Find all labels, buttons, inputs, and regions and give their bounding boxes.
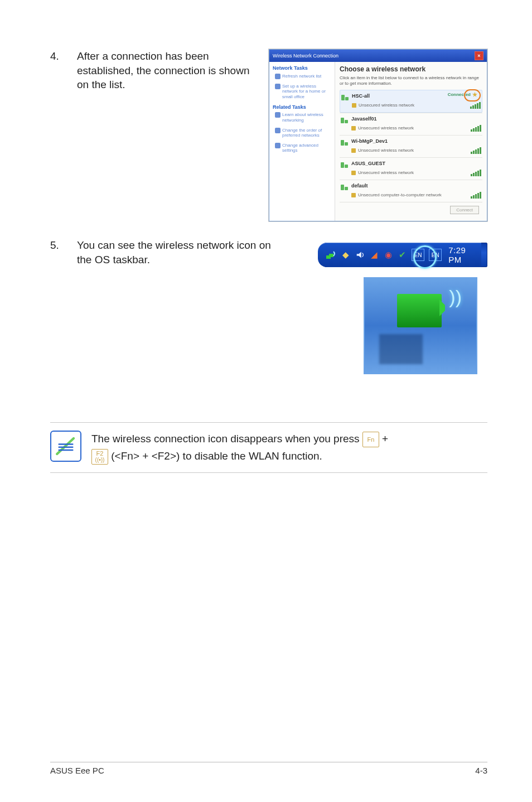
tray-clock[interactable]: 7:29 PM [448, 245, 477, 264]
note-body: The wireless connection icon disappears … [91, 431, 388, 465]
task-advanced-label: Change advanced settings [282, 143, 331, 153]
dialog-footer: Connect [340, 202, 482, 218]
network-item[interactable]: ASUS_GUEST Unsecured wireless network [340, 157, 482, 180]
signal-bars-icon [471, 192, 481, 199]
step-4: 4. After a connection has been establish… [50, 49, 487, 221]
dialog-left-panel: Network Tasks Refresh network list Set u… [269, 62, 335, 221]
network-security-label: Unsecured wireless network [358, 125, 414, 131]
tray-icon[interactable]: ◢ [370, 249, 379, 260]
wireless-network-icon[interactable] [326, 249, 337, 260]
signal-icon [341, 138, 349, 146]
lock-icon [351, 148, 356, 153]
network-item[interactable]: Wi-bMgP_Dev1 Unsecured wireless network [340, 135, 482, 157]
connected-label: Connected [448, 92, 471, 98]
network-security: Unsecured wireless network [351, 125, 414, 131]
signal-bars-icon [471, 147, 481, 154]
network-name: ASUS_GUEST [351, 161, 385, 167]
network-security-label: Unsecured computer-to-computer network [358, 192, 442, 198]
signal-bars-icon [471, 170, 481, 176]
footer-left: ASUS Eee PC [50, 766, 104, 775]
connected-badge: Connected ★ [448, 91, 477, 98]
network-name: Wi-bMgP_Dev1 [351, 138, 388, 144]
f2-key-icon: F2 ((•)) [91, 449, 108, 465]
note-text-2: (<Fn> + <F2>) to disable the WLAN functi… [111, 450, 322, 462]
gear-icon [275, 143, 280, 148]
network-security: Unsecured wireless network [351, 170, 414, 176]
signal-bars-icon [471, 125, 481, 132]
order-icon [275, 128, 280, 133]
task-advanced[interactable]: Change advanced settings [275, 143, 331, 153]
wireless-network-icon-zoom [397, 294, 442, 327]
left-header-tasks: Network Tasks [273, 65, 331, 71]
footer-right: 4-3 [475, 766, 487, 775]
network-security-label: Unsecured wireless network [359, 103, 414, 108]
page-footer: ASUS Eee PC 4-3 [50, 762, 487, 775]
wireless-network-dialog: Wireless Network Connection × Network Ta… [269, 49, 487, 221]
task-learn-label: Learn about wireless networking [282, 112, 331, 123]
network-name: default [351, 183, 368, 189]
network-item[interactable]: default Unsecured computer-to-computer n… [340, 180, 482, 202]
note-icon [50, 431, 81, 462]
taskbar: ◆ ◢ ◉ ✔ EN EN 7:29 PM [325, 243, 487, 267]
step-5-text: You can see the wireless network icon on… [77, 238, 279, 267]
close-icon[interactable]: × [475, 51, 483, 60]
note-plus: + [382, 433, 388, 445]
task-setup[interactable]: Set up a wireless network for a home or … [275, 84, 331, 100]
connect-button[interactable]: Connect [450, 206, 479, 215]
network-name: HSC-all [352, 93, 370, 99]
tray-icon[interactable]: ◉ [384, 249, 393, 260]
zoomed-tray-icon: )) [364, 277, 477, 374]
task-refresh-label: Refresh network list [282, 74, 321, 79]
note-text-1: The wireless connection icon disappears … [91, 433, 362, 445]
dialog-right-panel: Choose a wireless network Click an item … [335, 62, 487, 221]
star-icon: ★ [472, 91, 477, 98]
left-header-related: Related Tasks [273, 104, 331, 110]
network-security-label: Unsecured wireless network [358, 148, 414, 153]
step-5-figure: ◆ ◢ ◉ ✔ EN EN 7:29 PM )) [291, 238, 487, 383]
network-security: Unsecured computer-to-computer network [351, 192, 442, 198]
network-security: Unsecured wireless network [352, 103, 414, 108]
learn-icon [275, 112, 280, 118]
network-item[interactable]: Javaself01 Unsecured wireless network [340, 113, 482, 135]
tray-icon[interactable]: ◆ [341, 249, 351, 260]
signal-bars-icon [470, 102, 481, 109]
system-tray: ◆ ◢ ◉ ✔ EN EN 7:29 PM [318, 243, 481, 267]
step-5-number: 5. [50, 238, 65, 253]
step-4-text: After a connection has been established,… [77, 49, 257, 92]
lock-icon [352, 103, 356, 108]
network-security-label: Unsecured wireless network [358, 170, 414, 176]
signal-icon [341, 93, 349, 100]
task-order-label: Change the order of preferred networks [282, 128, 331, 138]
svg-rect-1 [329, 254, 333, 257]
lock-icon [351, 126, 356, 131]
signal-icon [341, 160, 349, 168]
task-refresh[interactable]: Refresh network list [275, 74, 331, 79]
network-item-connected[interactable]: HSC-all Connected ★ Unsecured [340, 90, 482, 113]
lock-icon [351, 193, 356, 197]
dialog-titlebar: Wireless Network Connection × [269, 50, 487, 62]
signal-icon [341, 182, 349, 190]
volume-icon[interactable] [355, 249, 365, 260]
dialog-title: Wireless Network Connection [273, 53, 338, 59]
step-4-figure: Wireless Network Connection × Network Ta… [269, 49, 487, 221]
signal-icon [341, 115, 349, 123]
network-security: Unsecured wireless network [351, 148, 414, 153]
setup-icon [275, 84, 280, 89]
lock-icon [351, 171, 356, 175]
network-name: Javaself01 [351, 116, 377, 122]
fn-key-icon: Fn [362, 432, 379, 447]
task-setup-label: Set up a wireless network for a home or … [282, 84, 331, 100]
note-callout: The wireless connection icon disappears … [50, 422, 487, 473]
right-heading: Choose a wireless network [340, 65, 482, 73]
refresh-icon [275, 74, 280, 79]
task-learn[interactable]: Learn about wireless networking [275, 112, 331, 123]
highlight-circle-icon [413, 245, 437, 269]
tray-icon[interactable]: ✔ [398, 249, 407, 260]
right-subtext: Click an item in the list below to conne… [340, 75, 482, 86]
step-5: 5. You can see the wireless network icon… [50, 238, 487, 383]
step-4-number: 4. [50, 49, 65, 64]
task-order[interactable]: Change the order of preferred networks [275, 128, 331, 138]
signal-wave-icon: )) [449, 286, 462, 308]
